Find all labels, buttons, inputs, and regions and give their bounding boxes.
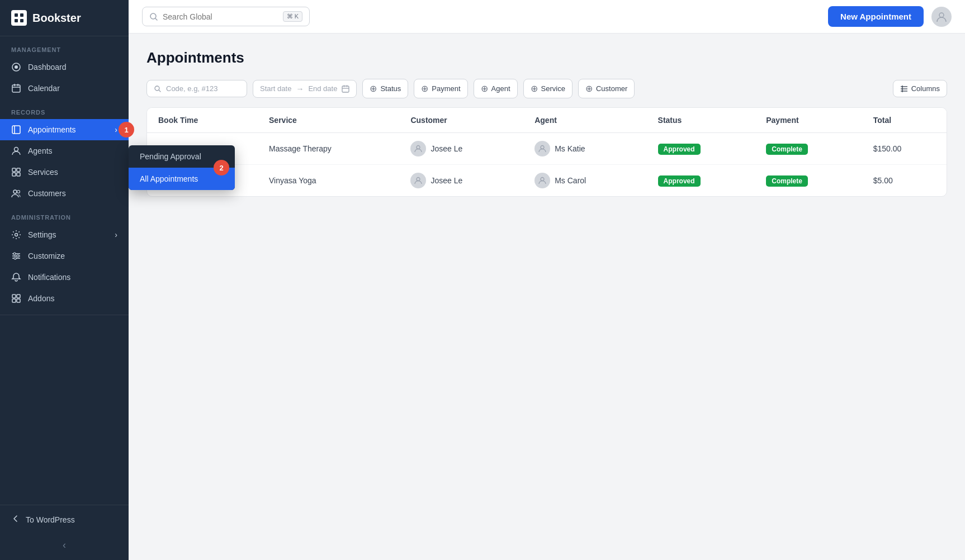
to-wordpress-label: To WordPress [26,515,75,524]
sidebar-item-appointments[interactable]: Appointments › 1 [0,119,129,140]
sidebar-customers-label: Customers [28,189,66,198]
agent-filter-label: Agent [491,84,510,93]
sidebar-item-agents[interactable]: Agents [0,140,129,162]
row1-payment: Complete [755,133,862,165]
agents-icon [11,146,21,156]
sidebar-item-calendar[interactable]: Calendar [0,78,129,99]
sidebar-item-customers[interactable]: Customers [0,183,129,204]
columns-button[interactable]: Columns [893,80,947,97]
submenu-pending-approval[interactable]: Pending Approval [129,145,235,168]
col-service: Service [258,108,399,133]
app-logo[interactable]: Bookster [0,0,129,36]
col-agent: Agent [523,108,646,133]
to-wordpress-button[interactable]: To WordPress [0,505,129,534]
logo-icon [11,10,27,26]
appointments-table: Book Time Service Customer Agent Status … [146,107,947,197]
page-content-area: Appointments Code, e.g, #123 Start date … [129,34,965,560]
row1-customer: Josee Le [399,133,523,165]
search-bar[interactable]: ⌘ K [142,7,310,26]
sidebar-calendar-label: Calendar [28,84,60,93]
sidebar-item-addons[interactable]: Addons [0,288,129,309]
settings-icon [11,230,21,240]
svg-rect-3 [20,19,23,22]
sidebar-customize-label: Customize [28,251,65,260]
user-avatar[interactable] [931,7,952,27]
topbar: ⌘ K New Appointment [129,0,965,34]
appointments-icon [11,125,21,135]
agent-filter-button[interactable]: ⊕ Agent [474,79,518,98]
row1-agent: Ms Katie [523,133,646,165]
sidebar-settings-label: Settings [28,230,56,239]
pending-approval-label: Pending Approval [140,152,201,161]
svg-point-42 [541,146,544,149]
circle-icon [11,62,21,72]
row1-status: Approved [647,133,755,165]
svg-rect-0 [15,13,18,17]
svg-point-17 [13,190,17,193]
code-filter[interactable]: Code, e.g, #123 [146,80,247,97]
sidebar-appointments-label: Appointments [28,125,76,134]
notifications-icon [11,272,21,282]
sidebar-dashboard-label: Dashboard [28,63,67,72]
col-total: Total [862,108,947,133]
table-row[interactable]: 04 08:00 AM Vinyasa Yoga Josee Le [147,165,947,197]
services-icon [11,167,21,177]
row2-agent-name: Ms Carol [555,176,586,185]
sidebar-services-label: Services [28,168,58,177]
agent-plus-icon: ⊕ [481,83,488,94]
row1-customer-avatar [410,141,426,156]
payment-filter-button[interactable]: ⊕ Payment [414,79,467,98]
row2-customer: Josee Le [399,165,523,197]
search-kbd: ⌘ K [283,11,302,22]
service-filter-button[interactable]: ⊕ Service [523,79,573,98]
main-content: ⌘ K New Appointment Appointments Code, e… [129,0,965,560]
svg-point-44 [541,178,544,181]
svg-rect-28 [12,299,16,302]
sidebar-item-dashboard[interactable]: Dashboard [0,56,129,78]
sidebar-item-notifications[interactable]: Notifications [0,267,129,288]
sidebar-divider [0,315,129,315]
row1-agent-name: Ms Katie [555,144,585,153]
row1-service: Massage Therapy [258,133,399,165]
addons-icon [11,293,21,303]
sidebar-collapse-area[interactable]: ‹ [0,534,129,560]
svg-rect-6 [12,85,20,92]
customer-filter-button[interactable]: ⊕ Customer [578,79,635,98]
status-plus-icon: ⊕ [370,83,377,94]
status-filter-button[interactable]: ⊕ Status [362,79,408,98]
svg-rect-13 [12,168,16,172]
appointments-submenu: Pending Approval All Appointments 2 [129,145,235,190]
row1-customer-name: Josee Le [431,144,462,153]
customer-filter-label: Customer [596,84,627,93]
calendar-icon [11,83,21,93]
sidebar-item-customize[interactable]: Customize [0,245,129,267]
service-filter-label: Service [541,84,565,93]
col-book-time: Book Time [147,108,258,133]
svg-point-12 [15,148,18,151]
table-row[interactable]: 04 09:00 AM Massage Therapy Josee Le [147,133,947,165]
customers-icon [11,188,21,198]
row1-agent-avatar [534,141,550,156]
chevron-left-icon: ‹ [63,539,66,551]
sidebar-item-settings[interactable]: Settings › [0,224,129,245]
date-arrow-icon: → [296,84,304,93]
svg-rect-14 [17,168,20,172]
app-name: Bookster [32,12,81,25]
records-section-label: Records [0,99,129,119]
svg-rect-27 [17,295,20,298]
row2-customer-avatar [410,173,426,188]
date-filter[interactable]: Start date → End date [253,80,357,98]
end-date-placeholder: End date [308,84,337,93]
settings-chevron-icon: › [115,230,117,239]
status-filter-label: Status [380,84,401,93]
col-customer: Customer [399,108,523,133]
new-appointment-button[interactable]: New Appointment [828,6,924,27]
search-input[interactable] [163,12,278,21]
row2-agent: Ms Carol [523,165,646,197]
sidebar-item-services[interactable]: Services [0,162,129,183]
svg-rect-29 [17,299,20,302]
page-title: Appointments [146,49,947,67]
submenu-all-appointments[interactable]: All Appointments 2 [129,168,235,190]
columns-label: Columns [911,84,940,93]
arrow-left-icon [11,514,20,525]
